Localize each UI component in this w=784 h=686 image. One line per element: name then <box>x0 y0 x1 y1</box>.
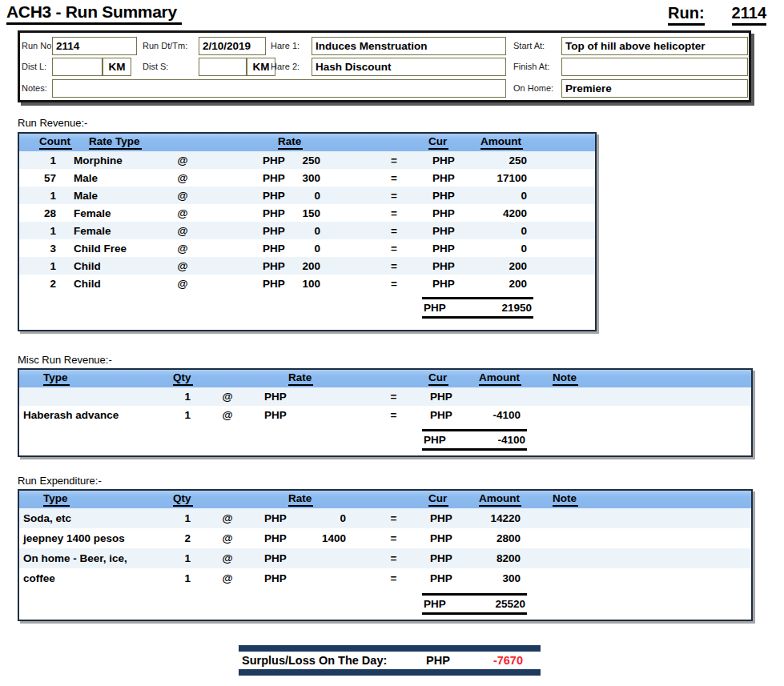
amount-cell: 2800 <box>480 532 524 544</box>
table-row: 1 Morphine @ PHP 250 = PHP 250 <box>19 151 595 169</box>
equals-symbol: = <box>364 572 424 584</box>
amount-cell: 17100 <box>482 172 530 184</box>
start-at-field[interactable]: Top of hill above helicopter <box>561 37 748 55</box>
type-cell: Soda, etc <box>19 512 167 524</box>
count-cell: 28 <box>19 207 61 219</box>
type-cell: coffee <box>19 572 167 584</box>
equals-symbol: = <box>364 552 424 564</box>
expenditure-rows: Soda, etc 1 @ PHP 0 = PHP 14220 jeepney … <box>19 508 751 588</box>
rate-value: 0 <box>314 225 320 237</box>
rate-cell: PHP 100 <box>259 278 322 290</box>
equals-symbol: = <box>364 532 424 544</box>
notes-field[interactable] <box>52 79 506 98</box>
rate-cell: PHP 0 <box>259 225 322 237</box>
surplus-loss-row: Surplus/Loss On The Day: PHP -7670 <box>239 652 541 669</box>
at-symbol: @ <box>163 260 202 272</box>
table-row: coffee 1 @ PHP = PHP 300 <box>19 568 751 588</box>
rate-cell: PHP 300 <box>259 172 322 184</box>
amount-cell: 0 <box>482 225 530 237</box>
total-amount: -4100 <box>497 434 525 446</box>
page-title: ACH3 - Run Summary <box>6 2 182 25</box>
rate-cell: PHP <box>259 409 346 421</box>
hare2-field[interactable]: Hash Discount <box>312 58 506 76</box>
hare1-field[interactable]: Induces Menstruation <box>312 37 506 55</box>
run-revenue-total: PHP 21950 <box>422 297 533 319</box>
finish-at-field[interactable] <box>561 58 748 76</box>
table-row: jeepney 1400 pesos 2 @ PHP 1400 = PHP 28… <box>19 528 751 548</box>
run-date-field[interactable]: 2/10/2019 <box>199 37 266 55</box>
currency-cell: PHP <box>424 552 480 564</box>
type-cell: jeepney 1400 pesos <box>19 532 167 544</box>
rate-currency: PHP <box>263 225 285 237</box>
col-rate: Rate <box>288 371 313 386</box>
at-symbol: @ <box>163 243 202 255</box>
at-symbol: @ <box>195 512 259 524</box>
rate-cell: PHP 0 <box>259 190 322 202</box>
run-details-panel: Run No: 2114 Run Dt/Tm: 2/10/2019 Hare 1… <box>18 30 751 102</box>
currency-cell: PHP <box>426 207 482 219</box>
total-currency: PHP <box>424 302 446 314</box>
run-no-field[interactable]: 2114 <box>52 37 137 55</box>
col-cur: Cur <box>428 492 448 507</box>
qty-cell: 1 <box>167 552 195 564</box>
table-row: Haberash advance 1 @ PHP = PHP -4100 <box>19 406 751 424</box>
col-type: Type <box>43 492 70 507</box>
currency-cell: PHP <box>426 278 482 290</box>
equals-symbol: = <box>362 190 426 202</box>
table-row: 3 Child Free @ PHP 0 = PHP 0 <box>19 239 595 257</box>
currency-cell: PHP <box>426 243 482 255</box>
col-rate-type: Rate Type <box>89 135 142 150</box>
dist-s-field[interactable] <box>199 58 247 76</box>
at-symbol: @ <box>195 391 259 403</box>
rate-type-cell: Male <box>61 172 163 184</box>
dist-l-km-unit: KM <box>103 58 131 76</box>
rate-cell: PHP <box>259 391 346 403</box>
surplus-currency: PHP <box>423 654 487 667</box>
col-note: Note <box>553 371 578 386</box>
rate-cell: PHP 1400 <box>259 532 346 544</box>
qty-cell: 1 <box>167 512 195 524</box>
run-revenue-rows: 1 Morphine @ PHP 250 = PHP 250 57 <box>19 151 595 292</box>
rate-value: 0 <box>314 243 320 255</box>
qty-cell: 2 <box>167 532 195 544</box>
run-revenue-section-label: Run Revenue:- <box>18 117 87 129</box>
currency-cell: PHP <box>424 532 480 544</box>
col-qty: Qty <box>173 371 193 386</box>
dist-l-field[interactable] <box>52 58 103 76</box>
count-cell: 1 <box>19 225 61 237</box>
amount-cell: 0 <box>482 243 530 255</box>
run-number: 2114 <box>732 4 766 26</box>
qty-cell: 1 <box>167 409 195 421</box>
surplus-loss-label: Surplus/Loss On The Day: <box>239 654 423 667</box>
rate-value: 100 <box>302 278 320 290</box>
type-cell: On home - Beer, ice, <box>19 552 167 564</box>
rate-currency: PHP <box>264 512 287 524</box>
misc-revenue-total: PHP -4100 <box>422 429 527 451</box>
rate-type-cell: Child Free <box>61 243 163 255</box>
amount-cell: 0 <box>482 190 530 202</box>
table-row: 1 @ PHP = PHP <box>19 387 751 406</box>
qty-cell: 1 <box>167 572 195 584</box>
equals-symbol: = <box>364 409 424 421</box>
rate-cell: PHP 200 <box>259 260 322 272</box>
rate-currency: PHP <box>264 391 287 403</box>
currency-cell: PHP <box>426 260 482 272</box>
col-amount: Amount <box>479 371 521 386</box>
at-symbol: @ <box>195 552 259 564</box>
rate-currency: PHP <box>263 260 285 272</box>
rate-cell: PHP <box>259 572 346 584</box>
start-at-label: Start At: <box>513 41 545 51</box>
equals-symbol: = <box>364 512 424 524</box>
dist-s-label: Dist S: <box>143 62 168 72</box>
on-home-field[interactable]: Premiere <box>561 79 748 98</box>
equals-symbol: = <box>362 260 426 272</box>
currency-cell: PHP <box>424 409 480 421</box>
count-cell: 1 <box>19 154 61 166</box>
at-symbol: @ <box>163 190 202 202</box>
rate-currency: PHP <box>264 572 287 584</box>
col-count: Count <box>39 135 72 150</box>
amount-cell: -4100 <box>480 409 524 421</box>
type-cell: Haberash advance <box>19 409 167 421</box>
col-cur: Cur <box>428 371 448 386</box>
currency-cell: PHP <box>424 512 480 524</box>
